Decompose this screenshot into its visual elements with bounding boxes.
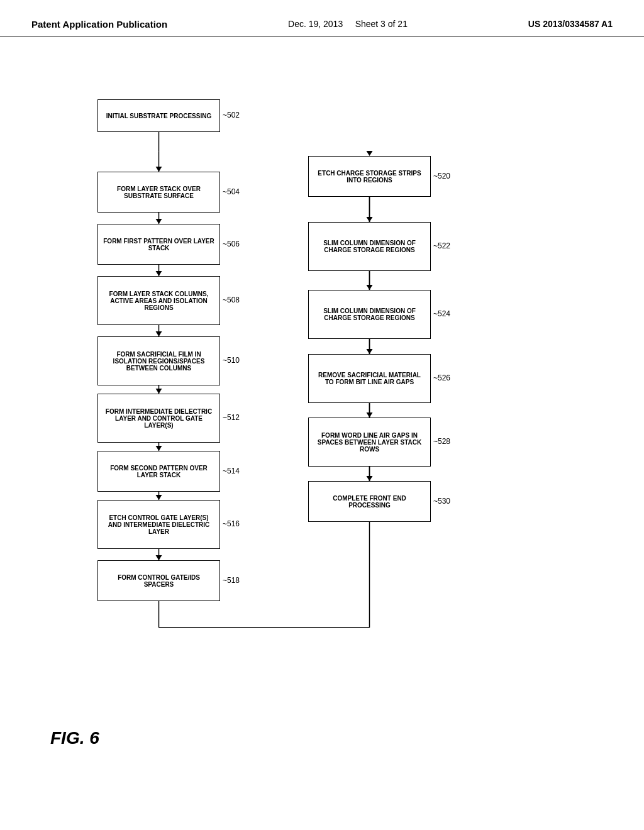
flow-box-516: ETCH CONTROL GATE LAYER(S) AND INTERMEDI… bbox=[97, 500, 220, 549]
flow-box-530: COMPLETE FRONT END PROCESSING bbox=[308, 481, 431, 522]
flow-label-520: ~520 bbox=[433, 172, 450, 180]
svg-marker-29 bbox=[367, 285, 373, 290]
flow-label-514: ~514 bbox=[223, 467, 240, 475]
flow-label-504: ~504 bbox=[223, 187, 240, 196]
svg-marker-14 bbox=[156, 389, 162, 394]
flow-box-518: FORM CONTROL GATE/IDS SPACERS bbox=[97, 560, 220, 601]
flow-label-522: ~522 bbox=[433, 241, 450, 250]
flow-label-516: ~516 bbox=[223, 519, 240, 528]
svg-marker-38 bbox=[367, 476, 373, 481]
flow-box-510: FORM SACRIFICIAL FILM IN ISOLATION REGIO… bbox=[97, 336, 220, 385]
svg-marker-11 bbox=[156, 331, 162, 336]
flow-label-524: ~524 bbox=[433, 309, 450, 318]
flow-label-506: ~506 bbox=[223, 240, 240, 248]
flow-box-514: FORM SECOND PATTERN OVER LAYER STACK bbox=[97, 451, 220, 492]
flow-box-508: FORM LAYER STACK COLUMNS, ACTIVE AREAS A… bbox=[97, 276, 220, 325]
svg-marker-26 bbox=[367, 217, 373, 222]
flow-box-502: INITIAL SUBSTRATE PROCESSING bbox=[97, 99, 220, 132]
flow-label-518: ~518 bbox=[223, 576, 240, 585]
flow-box-512: FORM INTERMEDIATE DIELECTRIC LAYER AND C… bbox=[97, 394, 220, 443]
svg-marker-35 bbox=[367, 412, 373, 418]
flow-box-504: FORM LAYER STACK OVER SUBSTRATE SURFACE bbox=[97, 172, 220, 213]
flow-label-512: ~512 bbox=[223, 413, 240, 422]
svg-marker-32 bbox=[367, 349, 373, 354]
header-center: Dec. 19, 2013 Sheet 3 of 21 bbox=[288, 19, 408, 29]
publication-label: Patent Application Publication bbox=[31, 19, 167, 30]
svg-marker-8 bbox=[156, 271, 162, 276]
flow-box-524: SLIM COLUMN DIMENSION OF CHARGE STORAGE … bbox=[308, 290, 431, 339]
svg-marker-17 bbox=[156, 446, 162, 451]
flow-box-522: SLIM COLUMN DIMENSION OF CHARGE STORAGE … bbox=[308, 222, 431, 271]
flow-label-528: ~528 bbox=[433, 437, 450, 446]
flow-box-528: FORM WORD LINE AIR GAPS IN SPACES BETWEE… bbox=[308, 418, 431, 467]
date-label: Dec. 19, 2013 bbox=[288, 19, 343, 29]
svg-marker-42 bbox=[367, 151, 373, 156]
flow-box-526: REMOVE SACRIFICIAL MATERIAL TO FORM BIT … bbox=[308, 354, 431, 403]
flow-label-510: ~510 bbox=[223, 356, 240, 365]
page-header: Patent Application Publication Dec. 19, … bbox=[0, 0, 644, 36]
svg-marker-5 bbox=[156, 219, 162, 224]
sheet-label: Sheet 3 of 21 bbox=[355, 19, 408, 29]
flow-label-530: ~530 bbox=[433, 497, 450, 506]
flow-box-520: ETCH CHARGE STORAGE STRIPS INTO REGIONS bbox=[308, 156, 431, 197]
patent-number: US 2013/0334587 A1 bbox=[528, 19, 613, 29]
svg-marker-23 bbox=[156, 555, 162, 560]
svg-marker-2 bbox=[156, 167, 162, 172]
flow-label-508: ~508 bbox=[223, 296, 240, 304]
figure-label: FIG. 6 bbox=[50, 728, 644, 773]
flow-label-502: ~502 bbox=[223, 111, 240, 119]
flow-box-506: FORM FIRST PATTERN OVER LAYER STACK bbox=[97, 224, 220, 265]
svg-marker-20 bbox=[156, 495, 162, 500]
flow-label-526: ~526 bbox=[433, 374, 450, 382]
